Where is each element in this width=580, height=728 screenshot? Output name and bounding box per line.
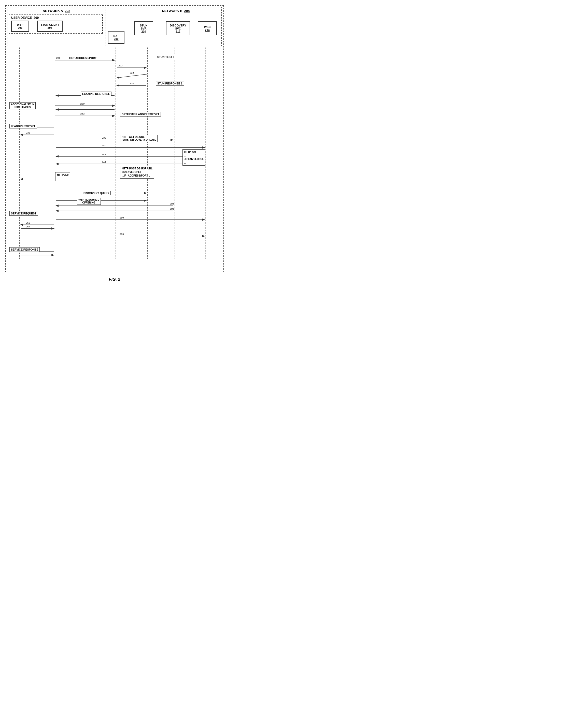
nat-label: NAT bbox=[114, 34, 119, 37]
http-200-envelope-label: HTTP 200...<S:ENVELOPE>... bbox=[182, 149, 205, 165]
user-device-num: 209 bbox=[33, 16, 39, 20]
svg-text:250: 250 bbox=[120, 216, 124, 219]
wsp-box: WSP 206 bbox=[11, 21, 29, 32]
diagram: NETWORK A 202 USER DEVICE 209 WSP 206 ST… bbox=[5, 5, 224, 272]
svg-line-10 bbox=[117, 74, 147, 78]
svg-text:232: 232 bbox=[80, 112, 85, 115]
network-b-label: NETWORK B 204 bbox=[162, 9, 190, 13]
examine-response-label: EXAMINE RESPONSE bbox=[81, 92, 111, 96]
network-a-box: NETWORK A 202 USER DEVICE 209 WSP 206 ST… bbox=[7, 7, 106, 46]
svg-text:244: 244 bbox=[102, 160, 106, 163]
service-response-label: SERVICE RESPONSE bbox=[9, 247, 40, 252]
svg-text:248: 248 bbox=[170, 207, 175, 210]
user-device-label: USER DEVICE 209 bbox=[11, 16, 39, 20]
determine-address-label: DETERMINE ADDRESS/PORT bbox=[120, 112, 161, 116]
fig-label: FIG. 2 bbox=[0, 277, 229, 282]
svg-text:226: 226 bbox=[130, 82, 134, 85]
svg-text:240: 240 bbox=[102, 144, 106, 147]
http-post-ds-rsp-label: HTTP POST DS-RSP-URL<S:ENVELOPE>...IP_AD… bbox=[120, 166, 154, 179]
service-request-label: SERVICE REQUEST bbox=[9, 211, 38, 216]
get-address-port-label: GET ADDRESS/PORT bbox=[69, 56, 97, 59]
wsc-num: 214 bbox=[205, 28, 209, 31]
stun-svr-label: STUNSVR bbox=[140, 24, 148, 30]
svg-text:230: 230 bbox=[80, 102, 85, 105]
stun-svr-num: 210 bbox=[141, 30, 146, 33]
discovery-query-label: DISCOVERY QUERY bbox=[82, 191, 111, 196]
svg-text:224: 224 bbox=[130, 71, 134, 74]
network-a-label: NETWORK A 202 bbox=[43, 9, 70, 13]
user-device-box: USER DEVICE 209 WSP 206 STUN CLIENT 208 bbox=[9, 15, 103, 33]
stun-client-box: STUN CLIENT 208 bbox=[37, 21, 62, 32]
network-b-box: NETWORK B 204 STUNSVR 210 DISCOVERYSVC 2… bbox=[130, 7, 222, 46]
svg-text:236: 236 bbox=[26, 131, 30, 134]
wsc-box: WSC 214 bbox=[198, 21, 217, 35]
svg-text:254: 254 bbox=[26, 225, 30, 228]
svg-text:238: 238 bbox=[102, 136, 106, 139]
stun-svr-box: STUNSVR 210 bbox=[134, 21, 153, 35]
wsc-label: WSC bbox=[204, 25, 211, 28]
svg-text:256: 256 bbox=[120, 233, 124, 235]
ip-address-port-label: IP ADDRESS/PORT bbox=[9, 124, 37, 128]
nat-box: NAT 200 bbox=[108, 31, 124, 44]
additional-stun-label: ADDITIONAL STUNEXCHANGES bbox=[9, 102, 35, 109]
network-a-num: 202 bbox=[65, 9, 70, 13]
svg-text:222: 222 bbox=[118, 64, 123, 67]
http-200-small-label: HTTP 200... bbox=[55, 172, 70, 181]
svg-text:252: 252 bbox=[26, 221, 30, 224]
stun-response-1-label: STUN RESPONSE 1 bbox=[156, 81, 184, 86]
svg-text:246: 246 bbox=[170, 202, 175, 205]
discovery-svc-label: DISCOVERYSVC bbox=[170, 24, 186, 30]
discovery-svc-box: DISCOVERYSVC 212 bbox=[166, 21, 190, 35]
wsp-label: WSP bbox=[17, 23, 23, 26]
stun-client-num: 208 bbox=[48, 26, 52, 29]
http-get-ds-url-label: HTTP GET DS-URLPAOS: DISCOVERY-UPDATE bbox=[120, 135, 157, 142]
wsp-num: 206 bbox=[18, 26, 22, 29]
nat-num: 200 bbox=[114, 37, 118, 41]
stun-test-i-label: STUN TEST I bbox=[156, 55, 175, 59]
wsp-resource-offering-label: WSP RESOURCEOFFERING bbox=[77, 198, 101, 205]
discovery-svc-num: 212 bbox=[176, 30, 180, 33]
svg-text:220: 220 bbox=[56, 56, 60, 59]
network-b-num: 204 bbox=[184, 9, 190, 13]
svg-text:242: 242 bbox=[102, 153, 106, 156]
stun-client-label: STUN CLIENT bbox=[41, 23, 59, 26]
